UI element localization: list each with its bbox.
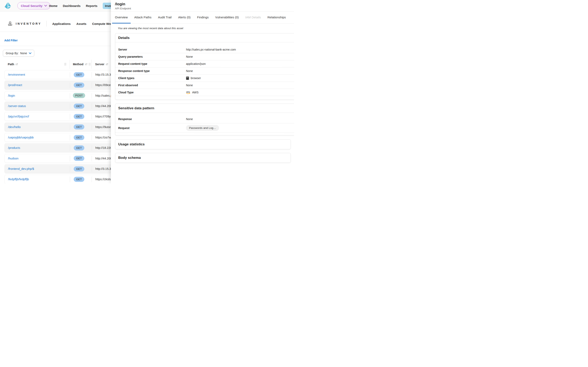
details-rows: Server http://sales.pc-national-bank-acm… (115, 42, 294, 100)
column-header-method[interactable]: Method (73, 60, 90, 69)
column-divider (92, 103, 92, 109)
column-header-server[interactable]: Server (95, 60, 108, 69)
method-badge: GET (74, 83, 84, 88)
column-header-path[interactable]: Path (8, 60, 18, 69)
column-divider (92, 145, 92, 151)
path-link[interactable]: /server-status (8, 102, 26, 110)
column-divider (92, 176, 92, 182)
column-divider (92, 82, 92, 88)
detail-row-client-types: Client types browser (115, 75, 294, 82)
usage-statistics-card[interactable]: Usage statistics (115, 140, 291, 149)
inventory-tab[interactable]: Applications (52, 22, 71, 25)
chevron-down-icon (29, 52, 31, 54)
body-schema-title: Body schema (115, 153, 291, 162)
aws-icon: aws (186, 91, 190, 94)
table-header: Path Method Server (0, 60, 111, 69)
method-cell: GET (70, 133, 88, 142)
column-divider (92, 156, 92, 161)
method-cell: GET (70, 70, 88, 79)
app-root: Cloud Security Home Dashboards Reports I… (0, 0, 294, 184)
detail-row-server: Server http://sales.pc-national-bank-acm… (115, 46, 294, 53)
details-card: Details Server http://sales.pc-national-… (115, 33, 294, 100)
product-switcher-label: Cloud Security (21, 4, 43, 8)
method-cell: GET (70, 175, 88, 184)
server-cell: https://09ce3 (95, 81, 112, 89)
method-cell: GET (70, 143, 88, 152)
column-divider (92, 135, 92, 141)
method-cell: GET (70, 81, 88, 89)
inventory-tab[interactable]: Assets (76, 22, 86, 25)
method-cell: GET (70, 154, 88, 163)
top-nav-item[interactable]: Dashboards (63, 4, 81, 8)
server-cell: https://9utxm (95, 123, 112, 131)
panel-tab[interactable]: Attack Paths (131, 12, 154, 24)
method-cell: GET (70, 112, 88, 121)
method-badge: GET (74, 114, 84, 119)
sensitive-row-response: Response None (115, 115, 294, 123)
column-drag-handle-icon[interactable] (65, 63, 66, 66)
product-switcher[interactable]: Cloud Security (17, 2, 51, 9)
panel-tab[interactable]: Audit Trail (155, 12, 174, 24)
sensitive-pattern-chip[interactable]: Passwords and Log… (186, 125, 219, 131)
panel-subtitle: API Endpoint (115, 7, 294, 10)
column-divider (92, 124, 92, 130)
add-filter-button[interactable]: Add Filter (4, 39, 17, 42)
method-cell: POST (70, 91, 88, 100)
column-drag-handle-icon[interactable] (89, 63, 90, 66)
sort-icon[interactable] (85, 63, 87, 66)
panel-tab[interactable]: IAM Details (242, 12, 264, 24)
panel-tab[interactable]: Findings (194, 12, 212, 24)
method-badge: GET (74, 166, 84, 171)
panel-tab[interactable]: Overview (112, 12, 131, 24)
method-badge: GET (74, 177, 84, 182)
top-nav-item[interactable]: Home (49, 4, 58, 8)
panel-tab[interactable]: Relationships (265, 12, 289, 24)
column-divider (92, 72, 92, 78)
path-link[interactable]: /jajyzvcf/jajyzvcf (8, 112, 29, 121)
path-link[interactable]: /frontend_dev.php/$ (8, 165, 34, 173)
path-link[interactable]: /login (8, 91, 15, 100)
recent-data-note: You are viewing the most recent data abo… (118, 27, 294, 30)
sensitive-data-card-title: Sensitive data pattern (115, 104, 294, 113)
method-badge: GET (74, 124, 84, 129)
group-by-dropdown[interactable]: Group By: None (3, 50, 34, 57)
path-link[interactable]: /fedpffjb/fedpffjb (8, 175, 29, 184)
body-schema-card[interactable]: Body schema (115, 153, 291, 163)
column-divider (92, 166, 92, 172)
path-link[interactable]: /prod/react (8, 81, 22, 89)
detail-row-response-content-type: Response content type None (115, 67, 294, 75)
top-nav-item[interactable]: Reports (86, 4, 97, 8)
sort-icon[interactable] (105, 63, 108, 66)
column-divider (92, 93, 92, 99)
inventory-title: INVENTORY (16, 22, 42, 25)
path-link[interactable]: /products (8, 143, 20, 152)
panel-tab[interactable]: Vulnerabilities (0) (212, 12, 242, 24)
svg-text:aws: aws (186, 91, 190, 93)
brand-logo-icon (4, 2, 12, 9)
panel-tab[interactable]: Alerts (0) (175, 12, 193, 24)
chevron-down-icon (44, 5, 47, 7)
detail-row-cloud-type: Cloud Type aws AWS (115, 89, 294, 96)
browser-icon (186, 76, 189, 80)
path-link[interactable]: /environment (8, 70, 25, 79)
sort-icon[interactable] (15, 63, 18, 66)
server-cell: https://709yg (95, 112, 112, 121)
method-cell: GET (70, 123, 88, 131)
panel-header: /login API Endpoint (111, 0, 294, 12)
path-link[interactable]: /dev/hello (8, 123, 21, 131)
server-cell: http://3.15.30 (95, 165, 113, 173)
server-cell: http://18.220. (95, 143, 113, 152)
server-cell: http://3.15.30 (95, 70, 113, 79)
inventory-icon (8, 22, 12, 26)
method-badge: POST (73, 93, 85, 98)
group-by-label: Group By: (6, 52, 18, 55)
method-badge: GET (74, 104, 84, 109)
method-cell: GET (70, 165, 88, 173)
asset-detail-panel: /login API Endpoint Overview Attack Path… (111, 0, 294, 184)
path-link[interactable]: /hudson (8, 154, 18, 163)
sensitive-data-card: Sensitive data pattern Response None Req… (115, 104, 294, 135)
server-cell: https://zkslsyj (95, 175, 113, 184)
panel-title: /login (115, 2, 294, 6)
path-link[interactable]: /uapoyjbb/uapoyjbb (8, 133, 34, 142)
sensitive-row-request: Request Passwords and Log… (115, 123, 294, 133)
